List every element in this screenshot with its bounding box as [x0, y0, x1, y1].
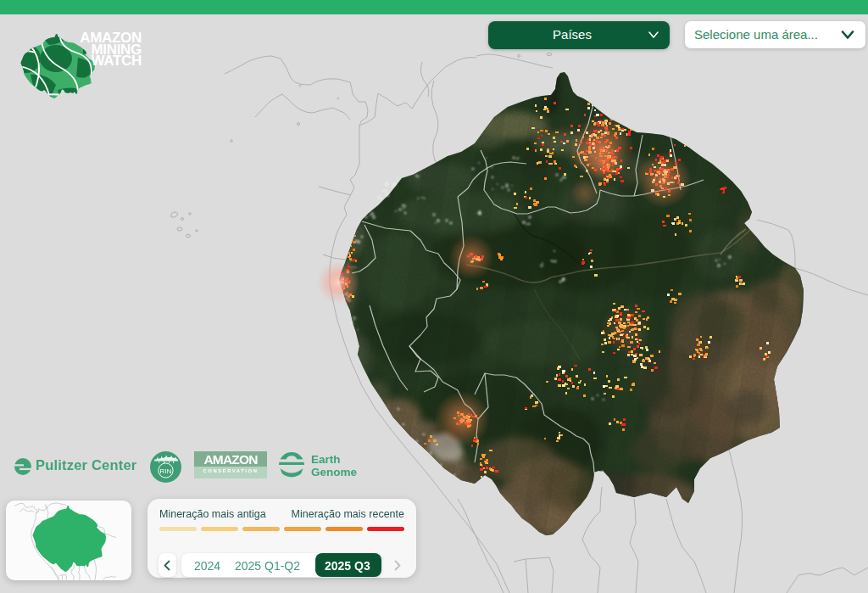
svg-text:WATCH: WATCH [91, 53, 142, 69]
svg-text:RIN: RIN [160, 467, 172, 475]
